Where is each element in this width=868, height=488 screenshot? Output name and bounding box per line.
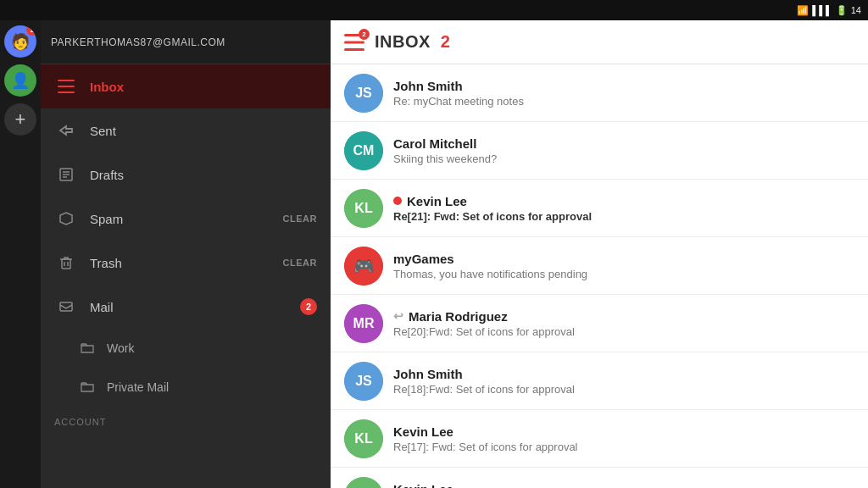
work-label: Work [107,341,317,355]
email-preview-7: Re[17]: Fwd: Set of icons for approval [393,441,854,453]
sidebar-header: PARKERTHOMAS87@GMAIL.COM [0,20,331,64]
account-avatar-2[interactable]: 👤 [4,64,36,97]
email-preview-1: Re: myChat meeting notes [393,95,854,108]
email-body-7: Kevin Lee Re[17]: Fwd: Set of icons for … [393,424,854,453]
avatar-icon-1: 🧑 [11,32,30,51]
email-item-8[interactable]: KL Kevin Lee Re[16]: Fwd: Set of icons f… [331,468,868,488]
email-item-6[interactable]: JS John Smith Re[18]:Fwd: Set of icons f… [331,352,868,410]
private-mail-folder-icon [78,381,97,393]
sent-icon [54,123,78,138]
mail-badge: 2 [300,298,317,315]
private-mail-label: Private Mail [107,380,317,394]
email-preview-5: Re[20]:Fwd: Set of icons for approval [393,325,854,338]
svg-rect-1 [58,86,75,87]
inbox-label: Inbox [90,80,317,94]
email-body-1: John Smith Re: myChat meeting notes [393,79,854,108]
account-badge-1: 2 [26,25,36,36]
email-avatar-3: KL [344,189,383,228]
svg-rect-8 [62,259,70,269]
avatar-icon-2: 👤 [11,71,30,90]
email-avatar-6: JS [344,362,383,401]
email-body-6: John Smith Re[18]:Fwd: Set of icons for … [393,367,854,396]
email-avatar-2: CM [344,131,383,170]
email-avatar-1: JS [344,74,383,113]
spam-icon [54,211,78,226]
svg-rect-2 [58,92,75,93]
svg-rect-0 [58,80,75,81]
email-sender-8: Kevin Lee [393,482,854,489]
email-avatar-5: MR [344,304,383,343]
battery-level: 14 [851,5,861,15]
email-list: JS John Smith Re: myChat meeting notes C… [331,64,868,488]
inbox-title: INBOX [375,32,431,52]
email-avatar-7: KL [344,419,383,458]
email-item-2[interactable]: CM Carol Mitchell Skiing this weekend? [331,122,868,180]
add-account-button[interactable]: + [4,103,36,136]
email-body-2: Carol Mitchell Skiing this weekend? [393,136,854,165]
trash-label: Trash [90,256,283,270]
content-area: 2 INBOX 2 JS John Smith Re: myChat meeti… [331,20,868,488]
email-item-4[interactable]: 🎮 myGames Thomas, you have notifications… [331,237,868,295]
trash-clear[interactable]: CLEAR [283,258,317,268]
svg-rect-15 [344,48,364,51]
nav-private-mail[interactable]: Private Mail [41,368,331,407]
email-sender-3: Kevin Lee [393,194,854,208]
main-layout: 🧑 2 👤 + PARKERTHOMAS87@GMAIL.COM [0,20,868,488]
battery-icon: 🔋 [836,5,848,16]
work-folder-icon [78,342,97,354]
status-icons: 📶 ▌▌▌ 🔋 14 [797,5,861,16]
svg-marker-7 [60,213,72,225]
email-sender-6: John Smith [393,367,854,381]
mail-icon [54,299,78,314]
email-item-7[interactable]: KL Kevin Lee Re[17]: Fwd: Set of icons f… [331,410,868,468]
content-header: 2 INBOX 2 [331,20,868,64]
email-body-4: myGames Thomas, you have notifications p… [393,252,854,280]
email-item-3[interactable]: KL Kevin Lee Re[21]: Fwd: Set of icons f… [331,180,868,237]
email-body-5: ↩ Maria Rodriguez Re[20]:Fwd: Set of ico… [393,309,854,338]
email-sender-2: Carol Mitchell [393,136,854,151]
nav-drafts[interactable]: Drafts [41,152,331,197]
email-body-8: Kevin Lee Re[16]: Fwd: Set of icons for … [393,482,854,489]
email-preview-6: Re[18]:Fwd: Set of icons for approval [393,383,854,396]
inbox-menu-container: 2 [344,34,364,51]
nav-inbox[interactable]: Inbox [41,64,331,108]
signal-icon: ▌▌▌ [812,5,832,15]
email-avatar-8: KL [344,477,383,489]
svg-rect-14 [344,41,364,43]
wifi-icon: 📶 [797,5,809,16]
email-sender-7: Kevin Lee [393,424,854,439]
nav-mail[interactable]: Mail 2 [41,285,331,329]
sidebar: 🧑 2 👤 + PARKERTHOMAS87@GMAIL.COM [0,20,331,488]
spam-clear[interactable]: CLEAR [283,214,317,224]
nav-spam[interactable]: Spam CLEAR [41,197,331,241]
email-preview-4: Thomas, you have notifications pending [393,268,854,280]
drafts-icon [54,167,78,182]
email-sender-5: ↩ Maria Rodriguez [393,309,854,324]
nav-work[interactable]: Work [41,329,331,368]
account-section-header: ACCOUNT [41,407,331,432]
email-sender-4: myGames [393,252,854,266]
account-strip: 🧑 2 👤 + [0,20,41,488]
email-sender-1: John Smith [393,79,854,93]
online-indicator [393,197,402,205]
trash-icon [54,255,78,270]
email-item-1[interactable]: JS John Smith Re: myChat meeting notes [331,64,868,122]
nav-trash[interactable]: Trash CLEAR [41,241,331,285]
sent-label: Sent [90,124,317,138]
spam-label: Spam [90,212,283,226]
email-preview-3: Re[21]: Fwd: Set of icons for approval [393,210,854,223]
status-bar: 📶 ▌▌▌ 🔋 14 [0,0,868,20]
email-avatar-4: 🎮 [344,247,383,286]
email-preview-2: Skiing this weekend? [393,152,854,165]
inbox-menu-badge: 2 [359,29,370,40]
nav-sent[interactable]: Sent [41,108,331,152]
inbox-icon [54,80,78,93]
email-item-5[interactable]: MR ↩ Maria Rodriguez Re[20]:Fwd: Set of … [331,295,868,352]
account-email: PARKERTHOMAS87@GMAIL.COM [51,36,225,48]
reply-arrow-icon: ↩ [393,309,403,323]
nav-list: Inbox Sent [0,64,331,488]
email-body-3: Kevin Lee Re[21]: Fwd: Set of icons for … [393,194,854,223]
account-avatar-1[interactable]: 🧑 2 [4,25,36,58]
drafts-label: Drafts [90,168,317,182]
inbox-count: 2 [441,32,450,52]
